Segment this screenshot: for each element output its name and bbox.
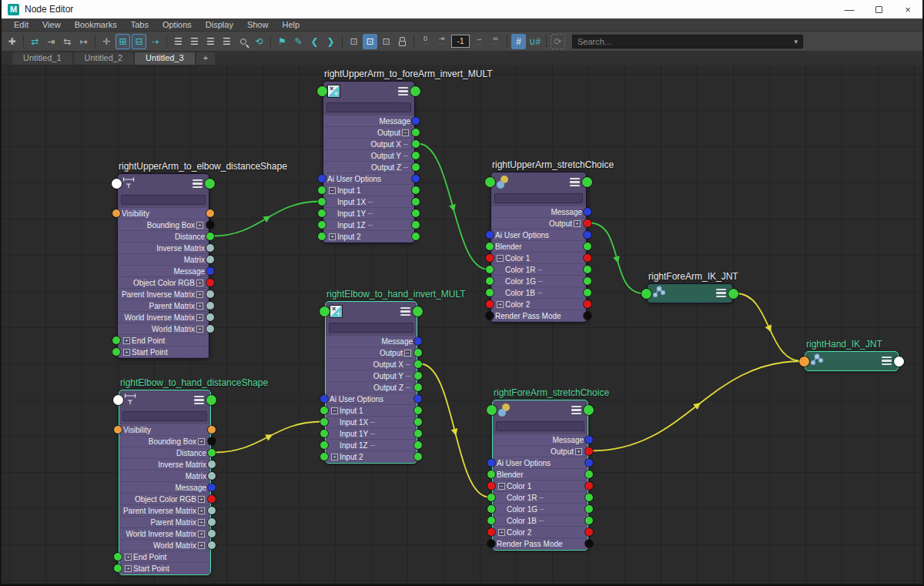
node-menu-icon[interactable] bbox=[882, 357, 892, 366]
socket-message-right[interactable] bbox=[412, 117, 420, 125]
frame-selection-button[interactable]: ⟲ bbox=[252, 34, 266, 49]
header-socket-left[interactable] bbox=[317, 86, 327, 96]
node-jnt2[interactable]: rightHand_IK_JNT bbox=[805, 351, 899, 371]
expand-plus-icon[interactable]: + bbox=[196, 303, 203, 310]
node-menu-icon[interactable] bbox=[400, 307, 410, 316]
graph-upstream-button[interactable]: ⊡ bbox=[346, 34, 361, 49]
socket-input-1x-right[interactable] bbox=[412, 198, 420, 206]
sync-selection-button[interactable]: ⇄ bbox=[28, 34, 42, 49]
snap-to-grid-button[interactable]: ∪# bbox=[527, 34, 542, 49]
socket-color-1g-right[interactable] bbox=[585, 505, 593, 513]
socket-input-1x-right[interactable] bbox=[414, 418, 422, 426]
socket-output-right[interactable] bbox=[584, 219, 591, 227]
header-socket-left[interactable] bbox=[112, 179, 122, 189]
node-mult2[interactable]: rightElbow_to_hand_invert_MULTMessageOut… bbox=[325, 301, 417, 464]
socket-blender-left[interactable] bbox=[486, 243, 494, 250]
add-tab-button[interactable]: + bbox=[196, 52, 215, 65]
socket-matrix-right[interactable] bbox=[208, 472, 216, 480]
search-toggle-button[interactable] bbox=[236, 34, 250, 49]
socket-inverse-matrix-right[interactable] bbox=[206, 244, 214, 252]
bookmark-edit-button[interactable]: ✎ bbox=[291, 34, 306, 49]
node-menu-icon[interactable] bbox=[570, 178, 580, 187]
lock-graph-button[interactable] bbox=[395, 34, 410, 49]
socket-start-point-left[interactable] bbox=[114, 564, 122, 572]
node-name-field[interactable] bbox=[326, 102, 411, 112]
menu-help[interactable]: Help bbox=[276, 20, 306, 29]
bookmark-previous-button[interactable]: ❮ bbox=[307, 34, 322, 49]
socket-blender-right[interactable] bbox=[584, 243, 591, 250]
socket-parent-inverse-matrix-right[interactable] bbox=[208, 507, 216, 514]
socket-parent-matrix-right[interactable] bbox=[206, 302, 214, 310]
expand-plus-icon[interactable]: + bbox=[329, 233, 336, 240]
auto-layout-button[interactable]: ⟳ bbox=[551, 34, 565, 49]
node-name-field[interactable] bbox=[122, 411, 207, 421]
expand-plus-icon[interactable]: + bbox=[125, 554, 132, 561]
expand-plus-icon[interactable]: + bbox=[198, 507, 205, 514]
socket-output-y-right[interactable] bbox=[414, 372, 422, 380]
node-dist2[interactable]: rightElbow_to_hand_distanceShapeVisibili… bbox=[119, 390, 211, 575]
socket-color-1r-left[interactable] bbox=[487, 494, 495, 501]
expand-plus-icon[interactable]: + bbox=[574, 220, 581, 227]
socket-input-1z-left[interactable] bbox=[320, 441, 328, 449]
expand-plus-icon[interactable]: + bbox=[198, 496, 205, 503]
node-title-mult2[interactable]: rightElbow_to_hand_invert_MULT bbox=[326, 289, 466, 300]
header-socket-left[interactable] bbox=[641, 289, 651, 299]
socket-render-pass-mode-right[interactable] bbox=[584, 312, 591, 320]
expand-plus-icon[interactable]: + bbox=[198, 542, 205, 549]
socket-input-2-left[interactable] bbox=[320, 453, 328, 460]
node-name-field[interactable] bbox=[329, 323, 413, 333]
node-title-jnt2[interactable]: rightHand_IK_JNT bbox=[806, 339, 882, 350]
expand-plus-icon[interactable]: + bbox=[125, 565, 132, 572]
node-header[interactable] bbox=[491, 172, 586, 192]
node-dist1[interactable]: rightUpperArm_to_elbow_distanceShapeVisi… bbox=[117, 173, 209, 359]
expand-plus-icon[interactable]: + bbox=[497, 301, 504, 308]
socket-message-right[interactable] bbox=[206, 267, 214, 275]
socket-object-color-rgb-right[interactable] bbox=[206, 279, 214, 286]
socket-render-pass-mode-right[interactable] bbox=[585, 540, 593, 547]
input-output-connections-button[interactable]: ⇆ bbox=[60, 34, 75, 49]
expand-plus-icon[interactable]: + bbox=[196, 326, 203, 333]
socket-input-1x-left[interactable] bbox=[318, 198, 326, 206]
socket-input-2-right[interactable] bbox=[414, 453, 422, 460]
collapse-minus-icon[interactable]: − bbox=[497, 255, 504, 262]
socket-visibility-left[interactable] bbox=[112, 209, 120, 217]
socket-color-1g-right[interactable] bbox=[584, 277, 591, 285]
socket-object-color-rgb-right[interactable] bbox=[208, 495, 216, 503]
input-connections-button[interactable]: ⇥ bbox=[44, 34, 59, 49]
socket-visibility-right[interactable] bbox=[208, 426, 216, 434]
socket-message-right[interactable] bbox=[208, 484, 216, 491]
socket-input-1x-left[interactable] bbox=[320, 418, 328, 426]
socket-color-1b-left[interactable] bbox=[487, 517, 495, 524]
socket-bounding-box-right[interactable] bbox=[206, 221, 214, 229]
socket-input-1z-right[interactable] bbox=[414, 441, 422, 449]
socket-color-1-right[interactable] bbox=[584, 254, 591, 262]
socket-input-1-right[interactable] bbox=[412, 186, 420, 194]
socket-ai-user-options-right[interactable] bbox=[414, 395, 422, 403]
create-node-button[interactable]: ✚ bbox=[5, 34, 19, 49]
header-socket-right[interactable] bbox=[894, 357, 904, 367]
node-title-dist2[interactable]: rightElbow_to_hand_distanceShape bbox=[120, 377, 268, 388]
socket-output-right[interactable] bbox=[412, 129, 420, 136]
expand-plus-icon[interactable]: + bbox=[123, 349, 130, 356]
node-header[interactable] bbox=[326, 302, 417, 321]
tab-untitled_2[interactable]: Untitled_2 bbox=[74, 52, 134, 65]
socket-color-1-right[interactable] bbox=[585, 482, 593, 490]
socket-message-right[interactable] bbox=[414, 337, 422, 345]
header-socket-right[interactable] bbox=[410, 86, 420, 96]
socket-message-right[interactable] bbox=[585, 436, 593, 444]
socket-input-1y-left[interactable] bbox=[318, 209, 326, 217]
socket-color-1r-right[interactable] bbox=[585, 494, 593, 501]
socket-input-1y-left[interactable] bbox=[320, 430, 328, 437]
socket-render-pass-mode-left[interactable] bbox=[487, 540, 495, 547]
socket-output-right[interactable] bbox=[585, 447, 593, 455]
socket-start-point-left[interactable] bbox=[112, 348, 120, 356]
remove-selected-from-graph-button[interactable]: ⊟ bbox=[132, 34, 146, 49]
collapse-minus-icon[interactable]: − bbox=[402, 129, 409, 136]
node-menu-icon[interactable] bbox=[398, 87, 408, 96]
menu-edit[interactable]: Edit bbox=[8, 20, 35, 29]
expand-plus-icon[interactable]: + bbox=[196, 291, 203, 298]
socket-output-y-right[interactable] bbox=[412, 152, 420, 159]
socket-color-1g-left[interactable] bbox=[486, 277, 494, 285]
expand-plus-icon[interactable]: + bbox=[198, 519, 205, 526]
socket-ai-user-options-left[interactable] bbox=[318, 175, 326, 182]
